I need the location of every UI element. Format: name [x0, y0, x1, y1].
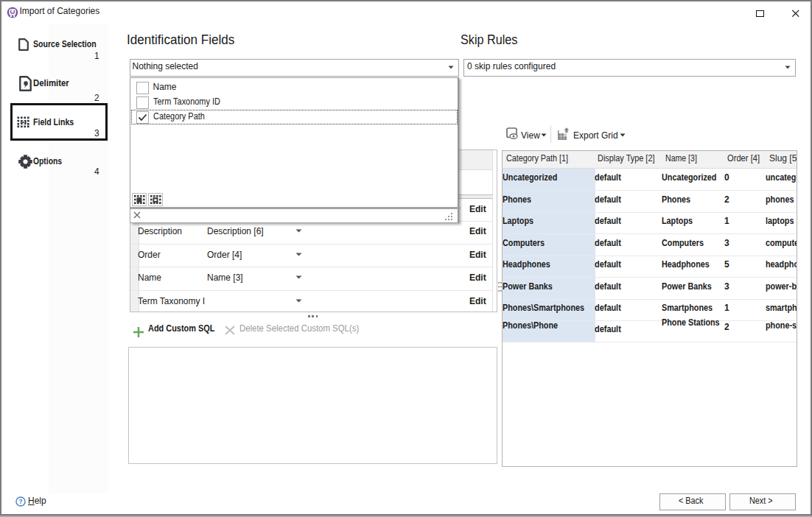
svg-text:?: ?: [18, 498, 22, 505]
